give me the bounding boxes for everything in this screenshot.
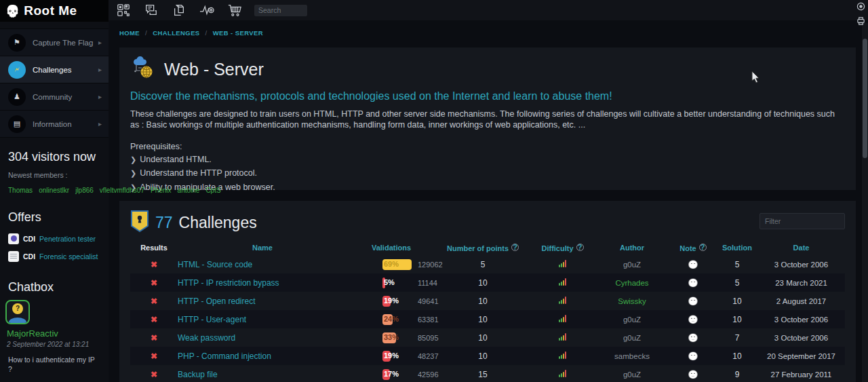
author-link[interactable]: g0uZ <box>623 261 641 269</box>
difficulty-bars-icon <box>559 351 566 359</box>
challenge-link[interactable]: Backup file <box>178 370 218 379</box>
activity-icon[interactable] <box>199 2 215 18</box>
difficulty-bars-icon <box>559 259 566 267</box>
author-link[interactable]: g0uZ <box>623 370 641 379</box>
smile-emoji: 🙂 <box>669 333 717 343</box>
breadcrumb-link[interactable]: WEB - SERVER <box>213 29 263 37</box>
sidebar: 💀 Root Me ⚑ Capture The Flag ▸ 🗲 Challen… <box>0 0 108 382</box>
avatar[interactable]: ? <box>5 300 30 324</box>
target-icon[interactable] <box>856 1 865 14</box>
author-link[interactable]: Swissky <box>618 297 646 305</box>
solution-count: 7 <box>717 333 757 343</box>
validation-cell: 69%129062 <box>347 259 435 270</box>
forum-icon[interactable] <box>143 2 159 18</box>
member-link[interactable]: Phénix <box>151 187 172 194</box>
chat-username-link[interactable]: MajorReactiv <box>0 328 58 339</box>
filter-input[interactable] <box>760 213 845 229</box>
column-date[interactable]: Date <box>757 244 845 252</box>
breadcrumb-link[interactable]: CHALLENGES <box>153 29 199 37</box>
chevron-right-icon: ▸ <box>98 39 102 46</box>
points-value: 10 <box>435 351 530 361</box>
member-link[interactable]: Thomas <box>8 187 33 194</box>
table-row: ✖PHP - Command injection19%4823710sambec… <box>130 347 845 365</box>
home-logo-link[interactable]: 💀 Root Me <box>0 0 108 22</box>
solution-count: 9 <box>717 370 757 379</box>
documents-icon[interactable] <box>171 2 187 18</box>
points-value: 5 <box>435 260 530 269</box>
print-icon[interactable] <box>856 16 865 28</box>
chevron-right-icon: ▸ <box>98 120 102 128</box>
chevron-bullet-icon: ❯ <box>130 169 136 177</box>
offers-title: Offers <box>0 210 108 225</box>
points-value: 15 <box>435 370 530 379</box>
author-link[interactable]: sambecks <box>614 352 650 360</box>
challenge-link[interactable]: HTML - Source code <box>178 260 252 269</box>
cloud-globe-icon <box>130 56 157 83</box>
challenge-link[interactable]: Weak password <box>178 333 235 343</box>
column-note[interactable]: Note? <box>669 244 717 252</box>
member-link[interactable]: jlp866 <box>75 187 94 194</box>
help-icon[interactable]: ? <box>511 244 519 251</box>
offer-link[interactable]: Forensic specialist <box>39 252 98 261</box>
breadcrumb: HOME/CHALLENGES/WEB - SERVER <box>119 29 263 37</box>
menu-label: Information <box>33 120 98 128</box>
scrollbar-thumb[interactable] <box>863 39 867 158</box>
column-difficulty[interactable]: Difficulty? <box>530 244 595 252</box>
table-row: ✖HTTP - Open redirect19%4964110Swissky😁1… <box>130 292 845 310</box>
member-link[interactable]: CptS <box>205 187 220 194</box>
column-validations[interactable]: Validations <box>347 244 435 252</box>
breadcrumb-link[interactable]: HOME <box>119 29 140 37</box>
difficulty-bars-icon <box>559 278 566 286</box>
person-icon: ♟ <box>8 88 26 106</box>
points-value: 10 <box>435 278 530 288</box>
search-input[interactable] <box>254 5 307 16</box>
help-icon[interactable]: ? <box>699 244 707 251</box>
author-link[interactable]: Cyrhades <box>615 279 648 287</box>
validation-cell: 17%42596 <box>347 369 435 380</box>
market-cart-icon[interactable] <box>226 2 243 18</box>
category-intro-panel: Web - Server Discover the mechanisms, pr… <box>119 47 856 190</box>
validation-cell: 19%48237 <box>347 351 435 362</box>
column-author[interactable]: Author <box>595 244 669 252</box>
sidebar-item-capture-the-flag[interactable]: ⚑ Capture The Flag ▸ <box>0 29 108 56</box>
member-link[interactable]: vfleltvmfldhs07 <box>100 187 144 194</box>
prerequisite-item: ❯Understand HTML. <box>130 154 845 166</box>
company-logo-icon <box>8 251 19 262</box>
column-solution[interactable]: Solution <box>717 244 757 252</box>
difficulty-bars-icon <box>559 314 566 322</box>
challenge-date: 2 August 2017 <box>757 297 845 305</box>
member-link[interactable]: antoine <box>178 187 200 194</box>
scrollbar-track[interactable] <box>862 23 868 382</box>
sidebar-item-community[interactable]: ♟ Community ▸ <box>0 83 108 111</box>
challenge-date: 3 October 2006 <box>757 316 845 324</box>
prerequisites-label: Prerequisites: <box>130 142 845 151</box>
sidebar-item-information[interactable]: ▤ Information ▸ <box>0 111 108 138</box>
author-link[interactable]: g0uZ <box>623 316 641 324</box>
not-solved-icon: ✖ <box>130 315 178 324</box>
validation-percent: 69% <box>384 260 399 268</box>
chat-message: How to i authenticate my IP ? <box>0 355 108 374</box>
challenge-date: 27 February 2011 <box>757 370 845 379</box>
offer-link[interactable]: Penetration tester <box>39 235 96 243</box>
challenge-link[interactable]: HTTP - IP restriction bypass <box>178 278 279 288</box>
validation-percent: 24% <box>384 315 399 323</box>
sidebar-item-challenges[interactable]: 🗲 Challenges ▸ <box>0 56 108 83</box>
smile-emoji: 🙂 <box>669 370 717 379</box>
challenges-grid-icon[interactable] <box>115 2 132 18</box>
challenge-link[interactable]: HTTP - User-agent <box>178 315 246 324</box>
author-link[interactable]: g0uZ <box>623 334 641 342</box>
challenge-link[interactable]: HTTP - Open redirect <box>178 297 255 306</box>
table-row: ✖HTML - Source code69%1290625g0uZ😁53 Oct… <box>130 255 845 273</box>
help-icon[interactable]: ? <box>576 244 584 251</box>
column-results[interactable]: Results <box>130 244 178 252</box>
grin-emoji: 😁 <box>669 297 717 306</box>
challenge-link[interactable]: PHP - Command injection <box>178 351 271 361</box>
challenges-title: Challenges <box>179 214 257 232</box>
column-points[interactable]: Number of points? <box>435 244 530 252</box>
newest-members-label: Newest members : <box>0 164 108 182</box>
offer-contract-type: CDI <box>23 252 35 261</box>
chatbox-title: Chatbox <box>0 280 108 294</box>
points-value: 10 <box>435 333 530 343</box>
member-link[interactable]: onlinestlkr <box>39 187 69 194</box>
column-name[interactable]: Name <box>178 244 347 252</box>
